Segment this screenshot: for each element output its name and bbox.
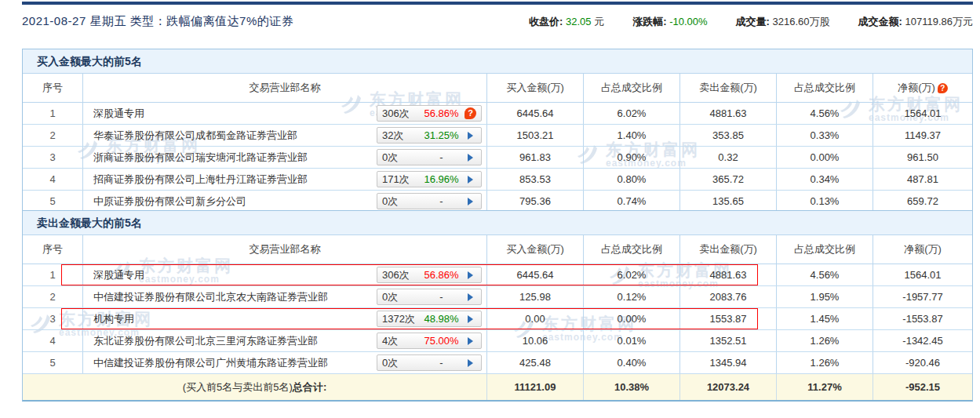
badge-percent: - xyxy=(421,291,462,303)
branch-name[interactable]: 深股通专用 xyxy=(93,107,377,121)
sell-amount: 1352.51 xyxy=(680,330,777,351)
totals-label: (买入前5名与卖出前5名)总合计: xyxy=(23,374,487,400)
row-index: 3 xyxy=(23,147,83,168)
col-header-serial: 序号 xyxy=(23,235,83,264)
branch-name-cell: 招商证券股份有限公司上海牡丹江路证券营业部 171次 16.96% xyxy=(83,169,487,190)
badge-percent: - xyxy=(421,151,462,163)
badge-trailing xyxy=(464,132,476,140)
badge-count: 0次 xyxy=(382,290,418,304)
totals-label-prefix: (买入前5名与卖出前5名) xyxy=(183,380,293,394)
badge-count: 4次 xyxy=(382,334,418,348)
branch-name-cell: 机构专用 1372次 48.98% xyxy=(83,308,487,329)
buy-table-header-row: 序号 交易营业部名称 买入金额(万) 占总成交比例 卖出金额(万) 占总成交比例… xyxy=(23,73,972,103)
sell-ratio: 1.26% xyxy=(777,330,873,351)
date-and-type-title: 2021-08-27 星期五 类型：跌幅偏离值达7%的证券 xyxy=(22,14,293,29)
buy-top5-table: 买入金额最大的前5名 序号 交易营业部名称 买入金额(万) 占总成交比例 卖出金… xyxy=(22,49,973,213)
branch-stats-badge[interactable]: 1372次 48.98% xyxy=(377,311,482,327)
stat-value: 107119.86万元 xyxy=(905,16,974,27)
badge-count: 32次 xyxy=(382,129,418,143)
branch-stats-badge[interactable]: 171次 16.96% xyxy=(377,171,482,187)
expand-arrow-icon[interactable] xyxy=(468,154,473,162)
expand-arrow-icon[interactable] xyxy=(468,271,473,279)
table-row: 1 深股通专用 306次 56.86% ? 6445.64 6.02% 4881… xyxy=(23,103,972,125)
table-row: 1 深股通专用 306次 56.86% 6445.64 6.02% 4881.6… xyxy=(23,264,972,286)
buy-ratio: 0.01% xyxy=(584,330,680,351)
badge-trailing xyxy=(464,198,476,205)
col-header-branch: 交易营业部名称 xyxy=(83,235,487,264)
branch-name[interactable]: 浙商证券股份有限公司瑞安塘河北路证券营业部 xyxy=(93,151,377,165)
branch-stats-badge[interactable]: 0次 - xyxy=(377,193,482,209)
branch-name[interactable]: 中原证券股份有限公司新乡分公司 xyxy=(93,194,377,209)
row-index: 4 xyxy=(23,330,83,351)
branch-name[interactable]: 深股通专用 xyxy=(93,268,377,282)
sell-ratio: 0.13% xyxy=(777,191,873,212)
buy-ratio: 0.80% xyxy=(584,169,680,190)
badge-percent: 16.96% xyxy=(421,173,462,185)
expand-arrow-icon[interactable] xyxy=(468,337,473,345)
badge-count: 171次 xyxy=(382,173,418,187)
branch-name-cell: 浙商证券股份有限公司瑞安塘河北路证券营业部 0次 - xyxy=(83,147,487,168)
branch-stats-badge[interactable]: 306次 56.86% ? xyxy=(377,105,482,122)
sell-ratio: 0.34% xyxy=(777,169,873,190)
stat-value: -10.00% xyxy=(669,16,707,27)
net-amount: -1553.87 xyxy=(873,308,972,329)
sell-table-body: 1 深股通专用 306次 56.86% 6445.64 6.02% 4881.6… xyxy=(23,264,972,373)
sell-ratio: 4.56% xyxy=(777,103,873,124)
buy-amount: 961.83 xyxy=(487,147,584,168)
branch-name[interactable]: 招商证券股份有限公司上海牡丹江路证券营业部 xyxy=(93,173,377,187)
col-header-net-label: 净额(万) xyxy=(898,81,935,95)
badge-trailing: ? xyxy=(464,107,476,119)
sell-amount: 135.65 xyxy=(680,191,777,212)
branch-stats-badge[interactable]: 4次 75.00% xyxy=(377,333,482,349)
sell-table-header-row: 序号 交易营业部名称 买入金额(万) 占总成交比例 卖出金额(万) 占总成交比例… xyxy=(23,234,972,264)
badge-percent: - xyxy=(421,195,462,207)
branch-name[interactable]: 中信建投证券股份有限公司北京农大南路证券营业部 xyxy=(93,290,377,304)
badge-count: 306次 xyxy=(382,268,418,282)
row-index: 2 xyxy=(23,286,83,307)
branch-stats-badge[interactable]: 0次 - xyxy=(377,289,482,305)
badge-percent: 56.86% xyxy=(421,269,462,281)
branch-stats-badge[interactable]: 0次 - xyxy=(377,354,482,371)
row-index: 5 xyxy=(23,352,83,373)
badge-percent: 56.86% xyxy=(421,107,462,119)
row-index: 2 xyxy=(23,125,83,146)
branch-name[interactable]: 机构专用 xyxy=(93,312,377,326)
total-buy-ratio: 10.38% xyxy=(584,374,680,400)
expand-arrow-icon[interactable] xyxy=(468,315,473,323)
badge-count: 0次 xyxy=(382,356,418,370)
badge-percent: - xyxy=(421,357,462,369)
table-row: 4 招商证券股份有限公司上海牡丹江路证券营业部 171次 16.96% 853.… xyxy=(23,169,972,191)
badge-trailing xyxy=(464,293,476,301)
stat-label: 涨跌幅: xyxy=(632,16,666,27)
badge-count: 306次 xyxy=(382,107,418,121)
sell-ratio: 1.26% xyxy=(777,352,873,373)
branch-stats-badge[interactable]: 306次 56.86% xyxy=(377,267,482,283)
col-header-sell-ratio: 占总成交比例 xyxy=(777,74,873,102)
row-index: 3 xyxy=(23,308,83,329)
expand-arrow-icon[interactable] xyxy=(468,132,473,140)
help-icon[interactable]: ? xyxy=(938,83,948,93)
branch-name-cell: 华泰证券股份有限公司成都蜀金路证券营业部 32次 31.25% xyxy=(83,125,487,146)
buy-amount: 853.53 xyxy=(487,169,584,190)
badge-trailing xyxy=(464,337,476,345)
expand-arrow-icon[interactable] xyxy=(468,176,473,184)
badge-count: 0次 xyxy=(382,194,418,209)
expand-arrow-icon[interactable] xyxy=(468,359,473,367)
branch-stats-badge[interactable]: 32次 31.25% xyxy=(377,127,482,144)
expand-arrow-icon[interactable] xyxy=(468,293,473,301)
expand-arrow-icon[interactable] xyxy=(468,198,473,205)
buy-amount: 795.36 xyxy=(487,191,584,212)
buy-table-title: 买入金额最大的前5名 xyxy=(23,49,972,73)
branch-name[interactable]: 东北证券股份有限公司北京三里河东路证券营业部 xyxy=(93,334,377,348)
sell-ratio: 0.33% xyxy=(777,125,873,146)
branch-stats-badge[interactable]: 0次 - xyxy=(377,149,482,165)
row-index: 5 xyxy=(23,191,83,212)
branch-name[interactable]: 华泰证券股份有限公司成都蜀金路证券营业部 xyxy=(93,129,377,143)
branch-name[interactable]: 中信建投证券股份有限公司广州黄埔东路证券营业部 xyxy=(93,356,377,370)
help-icon[interactable]: ? xyxy=(464,107,476,119)
stat-turnover: 成交金额: 107119.86万元 xyxy=(858,15,973,29)
sell-amount: 4881.63 xyxy=(680,264,777,285)
badge-percent: 31.25% xyxy=(421,129,462,141)
badge-trailing xyxy=(464,359,476,367)
sell-amount: 1345.94 xyxy=(680,352,777,373)
